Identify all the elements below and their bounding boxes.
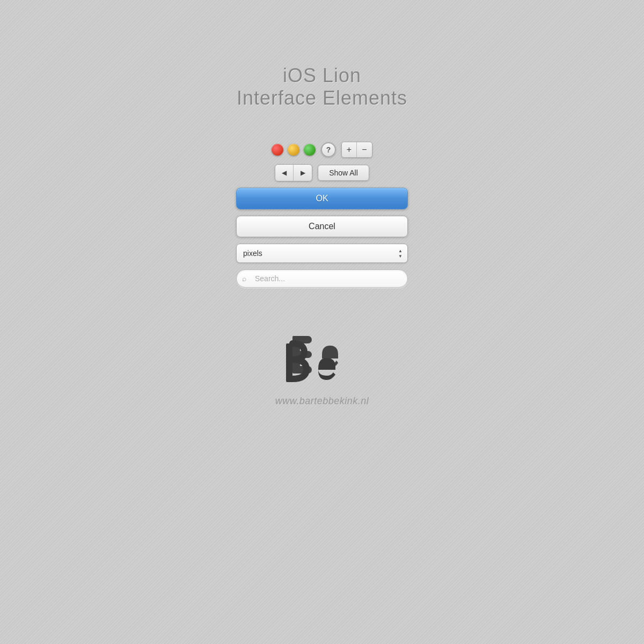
website-url-wrapper: www.bartebbekink.nl	[275, 396, 369, 407]
behance-section: www.bartebbekink.nl	[275, 331, 369, 407]
title-line2: Interface Elements	[237, 87, 407, 109]
forward-button[interactable]: ▶	[294, 165, 312, 181]
plus-button[interactable]: +	[342, 142, 357, 157]
nav-arrows-group: ◀ ▶	[275, 164, 312, 181]
pixels-select[interactable]: pixels inches cm mm points picas	[236, 244, 408, 263]
traffic-lights-group	[272, 144, 316, 156]
traffic-light-red[interactable]	[272, 144, 283, 156]
minus-button[interactable]: −	[357, 142, 372, 157]
cancel-button[interactable]: Cancel	[236, 216, 408, 237]
nav-row: ◀ ▶ Show All	[275, 164, 369, 181]
plus-minus-group: + −	[341, 142, 372, 158]
page-title: iOS Lion Interface Elements	[237, 64, 407, 109]
back-button[interactable]: ◀	[275, 165, 294, 181]
question-button[interactable]: ?	[321, 142, 336, 157]
traffic-light-yellow[interactable]	[288, 144, 299, 156]
ui-elements-container: ? + − ◀ ▶ Show All OK Cancel pixels inch…	[236, 142, 408, 288]
title-line1: iOS Lion	[237, 64, 407, 87]
website-url: www.bartebbekink.nl	[275, 396, 369, 406]
search-input[interactable]	[236, 269, 408, 288]
behance-logo-alt	[282, 339, 362, 395]
traffic-light-green[interactable]	[304, 144, 316, 156]
ok-button[interactable]: OK	[236, 188, 408, 209]
show-all-button[interactable]: Show All	[318, 165, 369, 181]
traffic-lights-row: ? + −	[272, 142, 372, 158]
search-wrapper: ⌕	[236, 269, 408, 288]
pixels-dropdown-wrapper: pixels inches cm mm points picas	[236, 244, 408, 263]
